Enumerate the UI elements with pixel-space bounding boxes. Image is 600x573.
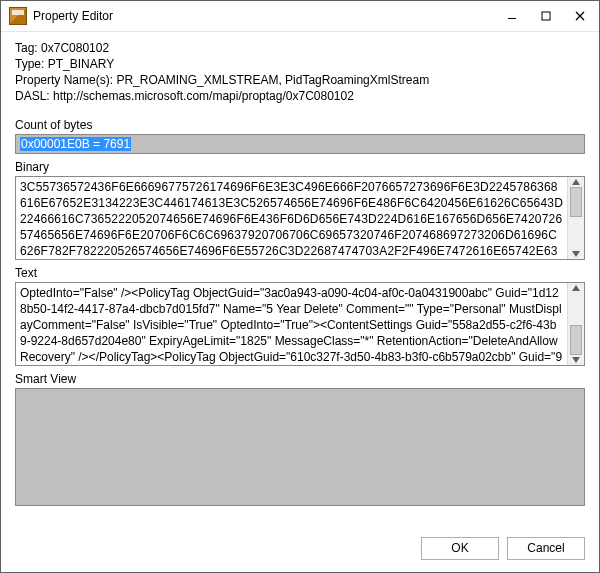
smartview-label: Smart View bbox=[15, 372, 585, 386]
binary-label: Binary bbox=[15, 160, 585, 174]
scroll-up-icon[interactable] bbox=[568, 179, 584, 185]
scroll-down-icon[interactable] bbox=[568, 251, 584, 257]
names-line: Property Name(s): PR_ROAMING_XMLSTREAM, … bbox=[15, 72, 585, 88]
close-button[interactable] bbox=[563, 2, 597, 30]
names-label: Property Name(s): bbox=[15, 73, 113, 87]
window: Property Editor Tag: 0x7C080102 Type: PT… bbox=[0, 0, 600, 573]
svg-rect-1 bbox=[542, 12, 550, 20]
window-title: Property Editor bbox=[33, 9, 495, 23]
tag-label: Tag: bbox=[15, 41, 38, 55]
scroll-thumb[interactable] bbox=[570, 325, 582, 355]
type-line: Type: PT_BINARY bbox=[15, 56, 585, 72]
count-label: Count of bytes bbox=[15, 118, 585, 132]
app-icon bbox=[9, 7, 27, 25]
names-value: PR_ROAMING_XMLSTREAM, PidTagRoamingXmlSt… bbox=[116, 73, 429, 87]
button-bar: OK Cancel bbox=[1, 527, 599, 572]
binary-field[interactable]: 3C55736572436F6E66696775726174696F6E3E3C… bbox=[15, 176, 585, 260]
text-field[interactable]: OptedInto="False" /><PolicyTag ObjectGui… bbox=[15, 282, 585, 366]
svg-marker-3 bbox=[572, 251, 580, 257]
svg-marker-2 bbox=[572, 179, 580, 185]
window-buttons bbox=[495, 2, 597, 30]
text-value: OptedInto="False" /><PolicyTag ObjectGui… bbox=[16, 283, 567, 365]
scroll-thumb[interactable] bbox=[570, 187, 582, 217]
minimize-button[interactable] bbox=[495, 2, 529, 30]
svg-marker-5 bbox=[572, 357, 580, 363]
type-label: Type: bbox=[15, 57, 44, 71]
titlebar: Property Editor bbox=[1, 1, 599, 32]
text-scrollbar[interactable] bbox=[567, 283, 584, 365]
count-field[interactable]: 0x00001E0B = 7691 bbox=[15, 134, 585, 154]
content-area: Tag: 0x7C080102 Type: PT_BINARY Property… bbox=[1, 32, 599, 527]
tag-line: Tag: 0x7C080102 bbox=[15, 40, 585, 56]
cancel-button[interactable]: Cancel bbox=[507, 537, 585, 560]
tag-value: 0x7C080102 bbox=[41, 41, 109, 55]
ok-button[interactable]: OK bbox=[421, 537, 499, 560]
dasl-label: DASL: bbox=[15, 89, 50, 103]
count-value: 0x00001E0B = 7691 bbox=[20, 137, 131, 151]
text-label: Text bbox=[15, 266, 585, 280]
type-value: PT_BINARY bbox=[48, 57, 114, 71]
binary-value: 3C55736572436F6E66696775726174696F6E3E3C… bbox=[16, 177, 567, 259]
smartview-field[interactable] bbox=[15, 388, 585, 506]
scroll-down-icon[interactable] bbox=[568, 357, 584, 363]
dasl-value: http://schemas.microsoft.com/mapi/propta… bbox=[53, 89, 354, 103]
binary-scrollbar[interactable] bbox=[567, 177, 584, 259]
dasl-line: DASL: http://schemas.microsoft.com/mapi/… bbox=[15, 88, 585, 104]
property-metadata: Tag: 0x7C080102 Type: PT_BINARY Property… bbox=[15, 40, 585, 104]
maximize-button[interactable] bbox=[529, 2, 563, 30]
svg-rect-0 bbox=[508, 18, 516, 19]
